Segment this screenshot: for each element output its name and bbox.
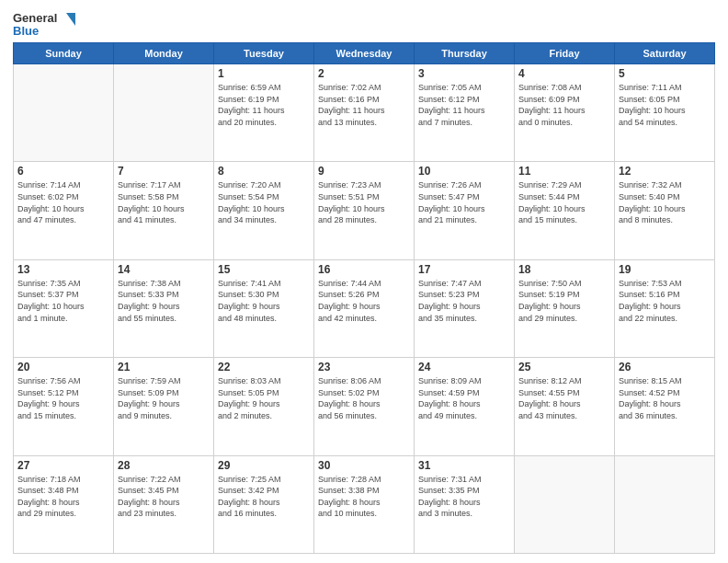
day-info: Sunrise: 7:05 AM Sunset: 6:12 PM Dayligh… bbox=[418, 82, 510, 128]
day-info: Sunrise: 8:15 AM Sunset: 4:52 PM Dayligh… bbox=[619, 375, 711, 421]
day-info: Sunrise: 7:44 AM Sunset: 5:26 PM Dayligh… bbox=[318, 278, 410, 324]
day-info: Sunrise: 7:50 AM Sunset: 5:19 PM Dayligh… bbox=[518, 278, 610, 324]
logo: GeneralBlue bbox=[13, 9, 77, 37]
day-header-saturday: Saturday bbox=[615, 43, 715, 64]
calendar-cell: 17Sunrise: 7:47 AM Sunset: 5:23 PM Dayli… bbox=[415, 259, 515, 357]
day-info: Sunrise: 7:14 AM Sunset: 6:02 PM Dayligh… bbox=[17, 179, 109, 225]
day-number: 18 bbox=[518, 263, 610, 276]
calendar-cell: 20Sunrise: 7:56 AM Sunset: 5:12 PM Dayli… bbox=[14, 358, 114, 455]
calendar-cell: 4Sunrise: 7:08 AM Sunset: 6:09 PM Daylig… bbox=[515, 64, 615, 162]
day-number: 5 bbox=[619, 67, 711, 80]
calendar-cell bbox=[14, 64, 114, 162]
day-header-friday: Friday bbox=[515, 43, 615, 64]
day-header-thursday: Thursday bbox=[415, 43, 515, 64]
day-number: 21 bbox=[118, 361, 210, 373]
day-header-sunday: Sunday bbox=[14, 43, 114, 64]
calendar-cell: 12Sunrise: 7:32 AM Sunset: 5:40 PM Dayli… bbox=[615, 162, 715, 259]
day-info: Sunrise: 8:09 AM Sunset: 4:59 PM Dayligh… bbox=[418, 375, 510, 421]
day-number: 17 bbox=[418, 263, 510, 276]
day-number: 22 bbox=[218, 361, 310, 373]
day-info: Sunrise: 7:11 AM Sunset: 6:05 PM Dayligh… bbox=[619, 82, 711, 128]
calendar-cell bbox=[515, 455, 615, 553]
day-info: Sunrise: 7:35 AM Sunset: 5:37 PM Dayligh… bbox=[17, 278, 109, 324]
day-info: Sunrise: 7:22 AM Sunset: 3:45 PM Dayligh… bbox=[118, 474, 210, 520]
calendar-cell: 16Sunrise: 7:44 AM Sunset: 5:26 PM Dayli… bbox=[314, 259, 415, 357]
week-row-1: 1Sunrise: 6:59 AM Sunset: 6:19 PM Daylig… bbox=[14, 64, 715, 162]
calendar-cell: 11Sunrise: 7:29 AM Sunset: 5:44 PM Dayli… bbox=[515, 162, 615, 259]
day-number: 2 bbox=[318, 67, 410, 80]
day-number: 19 bbox=[619, 263, 711, 276]
calendar-cell: 28Sunrise: 7:22 AM Sunset: 3:45 PM Dayli… bbox=[114, 455, 214, 553]
logo-icon: GeneralBlue bbox=[13, 9, 77, 37]
calendar-table: SundayMondayTuesdayWednesdayThursdayFrid… bbox=[13, 42, 715, 554]
day-info: Sunrise: 7:29 AM Sunset: 5:44 PM Dayligh… bbox=[518, 179, 610, 225]
day-info: Sunrise: 7:41 AM Sunset: 5:30 PM Dayligh… bbox=[218, 278, 310, 324]
day-number: 15 bbox=[218, 263, 310, 276]
day-number: 11 bbox=[518, 165, 610, 178]
calendar-cell: 9Sunrise: 7:23 AM Sunset: 5:51 PM Daylig… bbox=[314, 162, 415, 259]
day-number: 24 bbox=[418, 361, 510, 373]
day-number: 13 bbox=[17, 263, 109, 276]
day-number: 9 bbox=[318, 165, 410, 178]
calendar-cell: 15Sunrise: 7:41 AM Sunset: 5:30 PM Dayli… bbox=[214, 259, 314, 357]
day-info: Sunrise: 7:20 AM Sunset: 5:54 PM Dayligh… bbox=[218, 179, 310, 225]
calendar-cell: 10Sunrise: 7:26 AM Sunset: 5:47 PM Dayli… bbox=[415, 162, 515, 259]
calendar-cell: 27Sunrise: 7:18 AM Sunset: 3:48 PM Dayli… bbox=[14, 455, 114, 553]
week-row-4: 20Sunrise: 7:56 AM Sunset: 5:12 PM Dayli… bbox=[14, 358, 715, 455]
day-number: 30 bbox=[318, 459, 410, 472]
week-row-5: 27Sunrise: 7:18 AM Sunset: 3:48 PM Dayli… bbox=[14, 455, 715, 553]
day-number: 20 bbox=[17, 361, 109, 373]
svg-marker-2 bbox=[66, 13, 75, 26]
svg-text:General: General bbox=[13, 11, 57, 25]
day-info: Sunrise: 7:08 AM Sunset: 6:09 PM Dayligh… bbox=[518, 82, 610, 128]
day-info: Sunrise: 7:32 AM Sunset: 5:40 PM Dayligh… bbox=[619, 179, 711, 225]
day-info: Sunrise: 7:17 AM Sunset: 5:58 PM Dayligh… bbox=[118, 179, 210, 225]
week-row-2: 6Sunrise: 7:14 AM Sunset: 6:02 PM Daylig… bbox=[14, 162, 715, 259]
calendar-cell: 3Sunrise: 7:05 AM Sunset: 6:12 PM Daylig… bbox=[415, 64, 515, 162]
calendar-cell: 23Sunrise: 8:06 AM Sunset: 5:02 PM Dayli… bbox=[314, 358, 415, 455]
day-info: Sunrise: 8:03 AM Sunset: 5:05 PM Dayligh… bbox=[218, 375, 310, 421]
day-number: 26 bbox=[619, 361, 711, 373]
calendar-cell: 13Sunrise: 7:35 AM Sunset: 5:37 PM Dayli… bbox=[14, 259, 114, 357]
week-row-3: 13Sunrise: 7:35 AM Sunset: 5:37 PM Dayli… bbox=[14, 259, 715, 357]
calendar-cell: 25Sunrise: 8:12 AM Sunset: 4:55 PM Dayli… bbox=[515, 358, 615, 455]
calendar-cell: 21Sunrise: 7:59 AM Sunset: 5:09 PM Dayli… bbox=[114, 358, 214, 455]
calendar-cell: 7Sunrise: 7:17 AM Sunset: 5:58 PM Daylig… bbox=[114, 162, 214, 259]
day-number: 1 bbox=[218, 67, 310, 80]
day-info: Sunrise: 7:28 AM Sunset: 3:38 PM Dayligh… bbox=[318, 474, 410, 520]
day-info: Sunrise: 7:25 AM Sunset: 3:42 PM Dayligh… bbox=[218, 474, 310, 520]
day-info: Sunrise: 7:59 AM Sunset: 5:09 PM Dayligh… bbox=[118, 375, 210, 421]
header: GeneralBlue bbox=[13, 9, 715, 37]
day-info: Sunrise: 7:18 AM Sunset: 3:48 PM Dayligh… bbox=[17, 474, 109, 520]
calendar-cell: 22Sunrise: 8:03 AM Sunset: 5:05 PM Dayli… bbox=[214, 358, 314, 455]
day-info: Sunrise: 7:26 AM Sunset: 5:47 PM Dayligh… bbox=[418, 179, 510, 225]
calendar-cell bbox=[114, 64, 214, 162]
day-number: 6 bbox=[17, 165, 109, 178]
day-number: 27 bbox=[17, 459, 109, 472]
day-header-wednesday: Wednesday bbox=[314, 43, 415, 64]
page: GeneralBlue SundayMondayTuesdayWednesday… bbox=[0, 0, 728, 563]
calendar-cell: 29Sunrise: 7:25 AM Sunset: 3:42 PM Dayli… bbox=[214, 455, 314, 553]
day-number: 3 bbox=[418, 67, 510, 80]
calendar-cell: 8Sunrise: 7:20 AM Sunset: 5:54 PM Daylig… bbox=[214, 162, 314, 259]
day-number: 14 bbox=[118, 263, 210, 276]
day-header-monday: Monday bbox=[114, 43, 214, 64]
day-info: Sunrise: 8:06 AM Sunset: 5:02 PM Dayligh… bbox=[318, 375, 410, 421]
calendar-cell: 30Sunrise: 7:28 AM Sunset: 3:38 PM Dayli… bbox=[314, 455, 415, 553]
day-number: 31 bbox=[418, 459, 510, 472]
day-number: 7 bbox=[118, 165, 210, 178]
calendar-cell: 19Sunrise: 7:53 AM Sunset: 5:16 PM Dayli… bbox=[615, 259, 715, 357]
day-number: 16 bbox=[318, 263, 410, 276]
day-info: Sunrise: 7:47 AM Sunset: 5:23 PM Dayligh… bbox=[418, 278, 510, 324]
calendar-cell: 26Sunrise: 8:15 AM Sunset: 4:52 PM Dayli… bbox=[615, 358, 715, 455]
calendar-cell: 31Sunrise: 7:31 AM Sunset: 3:35 PM Dayli… bbox=[415, 455, 515, 553]
day-info: Sunrise: 7:31 AM Sunset: 3:35 PM Dayligh… bbox=[418, 474, 510, 520]
day-number: 28 bbox=[118, 459, 210, 472]
day-number: 10 bbox=[418, 165, 510, 178]
days-header-row: SundayMondayTuesdayWednesdayThursdayFrid… bbox=[14, 43, 715, 64]
day-info: Sunrise: 7:56 AM Sunset: 5:12 PM Dayligh… bbox=[17, 375, 109, 421]
day-number: 12 bbox=[619, 165, 711, 178]
day-info: Sunrise: 7:23 AM Sunset: 5:51 PM Dayligh… bbox=[318, 179, 410, 225]
calendar-cell: 14Sunrise: 7:38 AM Sunset: 5:33 PM Dayli… bbox=[114, 259, 214, 357]
day-number: 23 bbox=[318, 361, 410, 373]
